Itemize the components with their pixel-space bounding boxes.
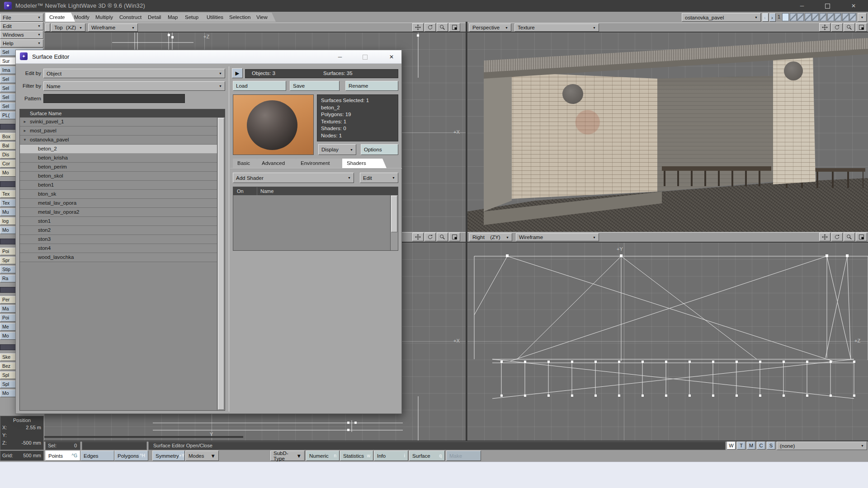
add-shader-dropdown[interactable]: Add Shader▼ [233,173,354,183]
viewport-tl-corner-button[interactable] [45,23,50,32]
toolbar-modes[interactable]: Modes▼ [185,450,219,461]
viewport-tl-mode-dropdown[interactable]: Wireframe▼ [88,23,138,32]
viewport-tl-move-icon[interactable] [412,23,424,32]
layer-slat-4[interactable] [805,13,811,21]
dialog-minimize-button[interactable]: ─ [331,50,349,64]
toolbar-info[interactable]: Infoi [374,450,408,461]
viewport-bl-expand-icon[interactable] [449,233,460,241]
menu-file[interactable]: File▼ [0,14,43,22]
close-button[interactable]: ✕ [844,0,863,12]
save-button[interactable]: Save [290,81,340,91]
toolbar-edges[interactable]: Edges [80,450,114,461]
viewport-perspective[interactable] [467,33,868,232]
viewport-br-rotate-icon[interactable] [831,233,843,241]
display-dropdown[interactable]: Display▼ [318,144,356,155]
viewport-tl-view-dropdown[interactable]: Top (XZ)▼ [51,23,85,32]
toolbar-symmetry[interactable]: Symmetry+Y [152,450,185,461]
surface-row-beton_krisha[interactable]: beton_krisha [20,154,217,163]
toggle-w[interactable]: W [727,441,736,450]
viewport-divider-vertical[interactable] [466,22,467,441]
toolbar-subd-type[interactable]: SubD-Type▼ [270,450,305,461]
viewport-tr-expand-icon[interactable] [856,23,867,32]
layer-slat-8[interactable] [835,13,841,21]
surface-row-metal_lav_opora2[interactable]: metal_lav_opora2 [20,208,217,217]
toggle-c[interactable]: C [757,441,765,450]
viewport-tl-expand-icon[interactable] [449,23,460,32]
viewport-tr-mode-dropdown[interactable]: Texture▼ [514,23,599,32]
viewport-tr-zoom-icon[interactable] [844,23,855,32]
object-selector[interactable]: ostanovka_pavel▼ [682,13,761,22]
viewport-br-expand-icon[interactable] [856,233,867,241]
viewport-bl-move-icon[interactable] [412,233,424,241]
surface-row-metal_lav_opora[interactable]: metal_lav_opora [20,199,217,208]
tab-create[interactable]: Create [45,13,75,22]
filter-by-dropdown[interactable]: Name▼ [43,81,225,91]
pattern-input[interactable] [43,94,185,103]
toggle-s[interactable]: S [767,441,775,450]
rename-button[interactable]: Rename [345,81,398,91]
edit-by-dropdown[interactable]: Object▼ [43,69,225,78]
surface-row-bton_sk[interactable]: bton_sk [20,190,217,199]
layer-slat-3[interactable] [797,13,804,21]
surface-row-beton1[interactable]: beton1 [20,181,217,190]
viewport-br-zoom-icon[interactable] [844,233,855,241]
viewport-br-move-icon[interactable] [819,233,830,241]
layer-slat-10[interactable] [849,13,856,21]
viewport-br-mode-dropdown[interactable]: Wireframe▼ [516,233,599,241]
shader-list-scrollbar[interactable] [390,195,398,250]
layer-slat-1[interactable] [782,13,789,21]
surface-row-wood_lavochka[interactable]: wood_lavochka [20,253,217,262]
surface-editor-titlebar[interactable]: ✦ Surface Editor ─ ✕ [16,50,401,64]
material-preview[interactable] [233,94,314,155]
viewport-tr-move-icon[interactable] [819,23,830,32]
viewport-tr-rotate-icon[interactable] [831,23,843,32]
dialog-close-button[interactable]: ✕ [382,50,401,64]
edit-dropdown[interactable]: Edit▼ [360,173,398,183]
toolbar-surface[interactable]: Surfaceq [409,450,445,461]
surface-row-svinki_pavel_1[interactable]: svinki_pavel_1► [20,117,217,127]
surface-tab-shaders[interactable]: Shaders [342,159,387,168]
dialog-maximize-button[interactable] [356,50,374,64]
toolbar-numeric[interactable]: Numericn [306,450,340,461]
surface-row-ston1[interactable]: ston1 [20,217,217,226]
vmap-selector[interactable]: (none)▼ [777,441,867,450]
surface-row-most_pavel[interactable]: most_pavel► [20,127,217,136]
expand-arrow-icon[interactable]: ► [23,127,27,135]
surface-row-ston2[interactable]: ston2 [20,226,217,235]
viewport-br-view-dropdown[interactable]: Right (ZY)▼ [469,233,512,241]
viewport-bl-zoom-icon[interactable] [437,233,448,241]
surface-row-ston3[interactable]: ston3 [20,235,217,244]
viewport-bl-rotate-icon[interactable] [425,233,436,241]
toggle-m[interactable]: M [747,441,755,450]
tab-view[interactable]: View [252,13,276,22]
menu-edit[interactable]: Edit▼ [0,22,43,30]
menu-help[interactable]: Help▼ [0,39,43,47]
options-button[interactable]: Options [361,144,398,155]
expand-arrow-icon[interactable]: ► [23,117,27,126]
layer-slat-9[interactable] [842,13,849,21]
menu-windows[interactable]: Windows▼ [0,31,43,39]
surface-row-beton_2[interactable]: beton_2 [20,145,217,154]
layer-slat-5[interactable] [812,13,819,21]
surface-list-scrollbar[interactable] [217,117,225,410]
surface-row-ston4[interactable]: ston4 [20,244,217,253]
surface-row-beton_perim[interactable]: beton_perim [20,163,217,172]
maximize-button[interactable] [817,0,837,12]
viewport-tr-view-dropdown[interactable]: Perspective▼ [469,23,511,32]
load-button[interactable]: Load [233,81,286,91]
viewport-tl-zoom-icon[interactable] [437,23,448,32]
minimize-button[interactable]: ─ [792,0,812,12]
surface-row-ostanovka_pavel[interactable]: ostanovka_pavel▼ [20,136,217,145]
surface-tab-basic[interactable]: Basic [233,159,261,168]
surface-tab-advanced[interactable]: Advanced [257,159,300,168]
surface-row-beton_skol[interactable]: beton_skol [20,172,217,181]
collapse-arrow-icon[interactable]: ▼ [23,136,27,144]
layer-slat-6[interactable] [820,13,826,21]
toolbar-polygons[interactable]: Polygons^H [114,450,148,461]
presets-arrow-button[interactable]: ▶ [232,68,243,78]
toggle-t[interactable]: T [737,441,745,450]
viewport-tl-rotate-icon[interactable] [425,23,436,32]
next-layer-button[interactable]: › [769,13,776,22]
toolbar-statistics[interactable]: Statisticsw [340,450,373,461]
viewport-right[interactable]: +Y +Z [467,243,868,441]
